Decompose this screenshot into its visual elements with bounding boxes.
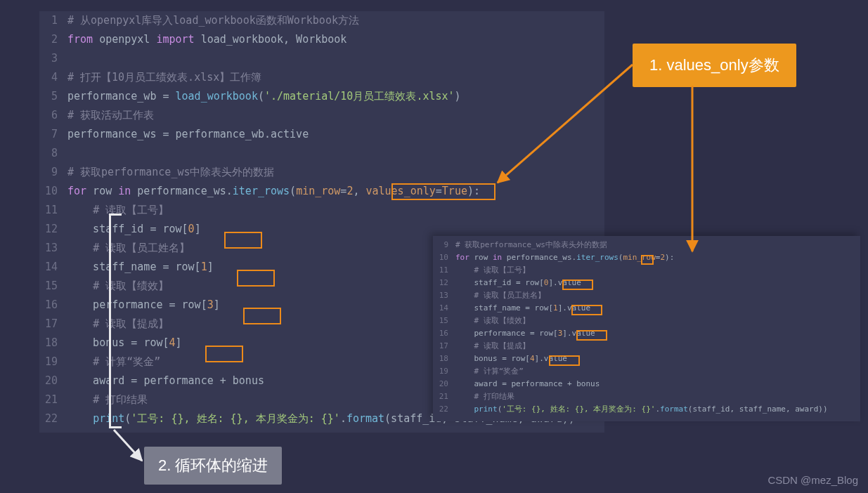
code-content: # 获取performance_ws中除表头外的数据 (67, 163, 604, 182)
line-number: 3 (39, 49, 67, 68)
code-content: # 从openpyxl库导入load_workbook函数和Workbook方法 (67, 11, 604, 30)
code-content: performance_ws = performance_wb.active (67, 125, 604, 144)
callout-values-only: 1. values_only参数 (633, 44, 796, 87)
callout-one-text: 1. values_only参数 (649, 55, 779, 76)
code-line: 10for row in performance_ws.iter_rows(mi… (433, 251, 860, 264)
code-line: 7performance_ws = performance_wb.active (39, 125, 604, 144)
code-line: 13 # 读取【员工姓名】 (433, 289, 860, 302)
code-line: 22 print('工号: {}, 姓名: {}, 本月奖金为: {}'.for… (433, 403, 860, 416)
code-content: # 获取performance_ws中除表头外的数据 (455, 239, 860, 251)
code-line: 8 (39, 144, 604, 163)
line-number: 10 (433, 251, 455, 264)
code-line: 3 (39, 49, 604, 68)
line-number: 18 (39, 334, 67, 353)
line-number: 9 (39, 163, 67, 182)
code-content: performance_wb = load_workbook('./materi… (67, 87, 604, 106)
code-line: 12 staff_id = row[0].value (433, 277, 860, 289)
code-line: 18 bonus = row[4].value (433, 353, 860, 365)
code-content: staff_id = row[0].value (455, 277, 860, 289)
small-code-panel: 9# 获取performance_ws中除表头外的数据10for row in … (433, 236, 860, 421)
line-number: 13 (433, 289, 455, 302)
code-content: performance = row[3].value (455, 327, 860, 340)
svg-line-2 (114, 430, 142, 461)
line-number: 18 (433, 353, 455, 365)
line-number: 19 (39, 353, 67, 372)
code-line: 15 # 读取【绩效】 (433, 315, 860, 327)
code-line: 11 # 读取【工号】 (433, 264, 860, 277)
line-number: 11 (39, 201, 67, 220)
code-line: 6# 获取活动工作表 (39, 106, 604, 125)
line-number: 10 (39, 182, 67, 201)
line-number: 13 (39, 239, 67, 258)
callout-two-text: 2. 循环体的缩进 (158, 455, 268, 476)
line-number: 5 (39, 87, 67, 106)
code-line: 17 # 读取【提成】 (433, 340, 860, 353)
line-number: 20 (39, 372, 67, 390)
indent-bracket (109, 213, 122, 428)
line-number: 2 (39, 30, 67, 49)
code-line: 14 staff_name = row[1].value (433, 302, 860, 315)
line-number: 15 (39, 277, 67, 296)
code-line: 4# 打开【10月员工绩效表.xlsx】工作簿 (39, 68, 604, 87)
callout-indentation: 2. 循环体的缩进 (144, 447, 282, 485)
line-number: 12 (39, 220, 67, 239)
line-number: 7 (39, 125, 67, 144)
code-content: # 读取【工号】 (67, 201, 604, 220)
line-number: 9 (433, 239, 455, 251)
code-content: # 计算“奖金” (455, 365, 860, 378)
code-content (67, 144, 604, 163)
line-number: 22 (433, 403, 455, 416)
code-line: 2from openpyxl import load_workbook, Wor… (39, 30, 604, 49)
code-line: 10for row in performance_ws.iter_rows(mi… (39, 182, 604, 201)
code-content: print('工号: {}, 姓名: {}, 本月奖金为: {}'.format… (455, 403, 860, 416)
code-content: # 读取【绩效】 (455, 315, 860, 327)
line-number: 11 (433, 264, 455, 277)
code-content: # 打印结果 (455, 390, 860, 403)
line-number: 20 (433, 378, 455, 390)
line-number: 21 (39, 390, 67, 409)
code-line: 16 performance = row[3].value (433, 327, 860, 340)
line-number: 16 (433, 327, 455, 340)
watermark: CSDN @mez_Blog (767, 474, 858, 486)
line-number: 14 (39, 258, 67, 277)
code-line: 9# 获取performance_ws中除表头外的数据 (433, 239, 860, 251)
line-number: 12 (433, 277, 455, 289)
code-content: # 打开【10月员工绩效表.xlsx】工作簿 (67, 68, 604, 87)
line-number: 17 (39, 315, 67, 334)
line-number: 1 (39, 11, 67, 30)
code-content: bonus = row[4].value (455, 353, 860, 365)
code-content: # 读取【提成】 (455, 340, 860, 353)
code-content: from openpyxl import load_workbook, Work… (67, 30, 604, 49)
code-content: staff_name = row[1].value (455, 302, 860, 315)
code-content: # 读取【工号】 (455, 264, 860, 277)
line-number: 4 (39, 68, 67, 87)
code-line: 11 # 读取【工号】 (39, 201, 604, 220)
line-number: 6 (39, 106, 67, 125)
line-number: 8 (39, 144, 67, 163)
code-line: 19 # 计算“奖金” (433, 365, 860, 378)
line-number: 17 (433, 340, 455, 353)
code-content: # 读取【员工姓名】 (455, 289, 860, 302)
code-line: 20 award = performance + bonus (433, 378, 860, 390)
code-line: 5performance_wb = load_workbook('./mater… (39, 87, 604, 106)
code-content: for row in performance_ws.iter_rows(min_… (455, 251, 860, 264)
line-number: 22 (39, 409, 67, 428)
line-number: 15 (433, 315, 455, 327)
code-content (67, 49, 604, 68)
code-line: 1# 从openpyxl库导入load_workbook函数和Workbook方… (39, 11, 604, 30)
code-content: # 获取活动工作表 (67, 106, 604, 125)
line-number: 16 (39, 296, 67, 315)
code-line: 21 # 打印结果 (433, 390, 860, 403)
line-number: 19 (433, 365, 455, 378)
line-number: 14 (433, 302, 455, 315)
line-number: 21 (433, 390, 455, 403)
code-content: award = performance + bonus (455, 378, 860, 390)
code-line: 9# 获取performance_ws中除表头外的数据 (39, 163, 604, 182)
code-content: for row in performance_ws.iter_rows(min_… (67, 182, 604, 201)
